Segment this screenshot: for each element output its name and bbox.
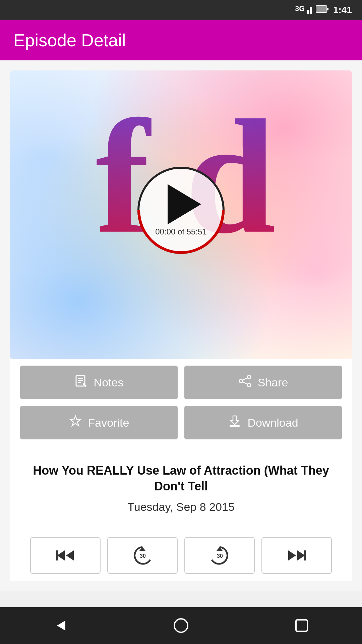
favorite-button[interactable]: Favorite	[20, 406, 178, 439]
play-time-display: 00:00 of 55:51	[155, 227, 206, 236]
download-icon	[228, 415, 241, 431]
svg-line-15	[243, 378, 247, 380]
time-display: 1:41	[333, 5, 352, 15]
download-label: Download	[247, 416, 298, 429]
network-signal-icon: 3G	[295, 4, 312, 16]
svg-marker-28	[288, 550, 296, 560]
header: Episode Detail	[0, 20, 362, 60]
buttons-row-2: Favorite Download	[20, 406, 342, 439]
svg-marker-27	[297, 550, 305, 560]
svg-text:30: 30	[217, 553, 223, 559]
svg-rect-1	[307, 10, 309, 14]
svg-rect-32	[296, 620, 307, 631]
notes-label: Notes	[94, 376, 124, 389]
svg-text:3G: 3G	[295, 4, 305, 13]
svg-marker-19	[231, 416, 239, 425]
share-icon	[238, 374, 252, 391]
battery-icon	[316, 4, 329, 16]
recent-nav-button[interactable]	[293, 617, 310, 634]
status-bar: 3G 1:41	[0, 0, 362, 20]
page-title: Episode Detail	[13, 30, 126, 50]
svg-marker-17	[70, 416, 81, 426]
svg-point-14	[239, 379, 243, 383]
notes-icon	[74, 374, 88, 391]
home-nav-button[interactable]	[173, 617, 189, 634]
share-label: Share	[258, 376, 288, 389]
favorite-star-icon	[69, 415, 82, 431]
episode-artwork: f d 00:00 of 55:51	[10, 70, 352, 359]
download-button[interactable]: Download	[184, 406, 342, 439]
svg-rect-29	[304, 550, 306, 560]
main-content: f d 00:00 of 55:51	[0, 60, 362, 591]
play-triangle-icon	[168, 184, 201, 224]
skip-forward-button[interactable]	[261, 537, 332, 574]
svg-rect-22	[56, 550, 58, 560]
share-button[interactable]: Share	[184, 366, 342, 399]
notes-button[interactable]: Notes	[20, 366, 178, 399]
episode-title: How You REALLY Use Law of Attraction (Wh…	[20, 463, 342, 494]
skip-back-button[interactable]	[30, 537, 101, 574]
rewind-30-button[interactable]: 30	[107, 537, 178, 574]
back-nav-button[interactable]	[52, 617, 69, 634]
navigation-bar	[0, 607, 362, 644]
play-button-overlay[interactable]: 00:00 of 55:51	[137, 167, 225, 254]
buttons-row-1: Notes Share	[20, 366, 342, 399]
svg-point-31	[174, 619, 188, 632]
svg-rect-18	[230, 425, 240, 427]
play-circle[interactable]: 00:00 of 55:51	[137, 167, 225, 254]
episode-date: Tuesday, Sep 8 2015	[20, 500, 342, 514]
svg-line-16	[243, 382, 247, 384]
svg-marker-21	[66, 550, 74, 560]
episode-artwork-container: f d 00:00 of 55:51	[10, 70, 352, 359]
playback-controls: 30 30	[10, 530, 352, 581]
action-buttons-container: Notes Share	[10, 359, 352, 453]
svg-rect-4	[327, 8, 328, 10]
svg-rect-5	[317, 6, 326, 12]
svg-marker-20	[57, 550, 65, 560]
svg-point-13	[247, 383, 251, 387]
svg-text:30: 30	[140, 553, 146, 559]
svg-point-12	[247, 375, 251, 379]
svg-rect-2	[310, 7, 312, 14]
episode-info: How You REALLY Use Law of Attraction (Wh…	[10, 453, 352, 530]
favorite-label: Favorite	[88, 416, 129, 429]
forward-30-button[interactable]: 30	[184, 537, 255, 574]
svg-marker-30	[57, 621, 65, 631]
status-icons: 3G 1:41	[295, 4, 352, 16]
